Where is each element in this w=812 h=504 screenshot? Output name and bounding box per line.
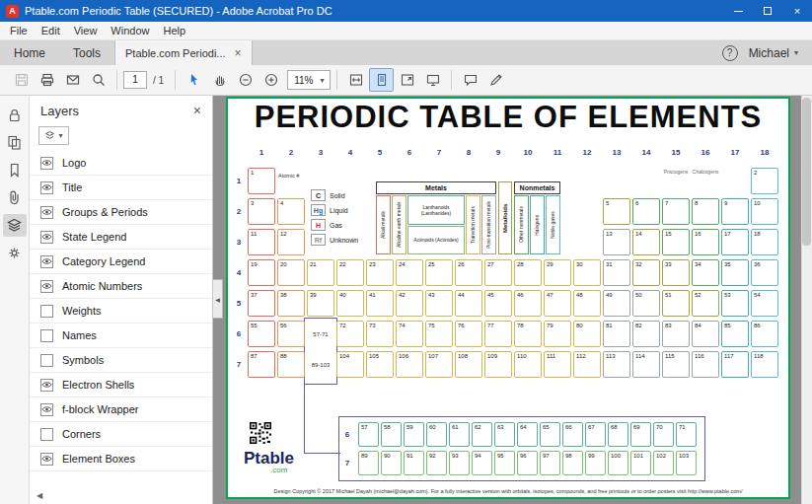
layer-label: Element Boxes [62,453,135,465]
vertical-scrollbar[interactable] [801,96,812,504]
layer-row[interactable]: Names [30,324,212,348]
minimize-button[interactable] [723,0,753,22]
group-label: 16 [692,148,719,160]
element-box: 14 [632,229,660,255]
tab-close-icon[interactable]: × [235,46,242,60]
layer-visibility-checkbox[interactable] [40,305,53,318]
menu-item-edit[interactable]: Edit [35,22,67,39]
element-box: 79 [544,321,571,347]
search-button[interactable] [86,68,111,92]
close-button[interactable]: × [782,0,812,22]
layer-row[interactable]: Corners [30,422,212,447]
layer-visibility-checkbox[interactable] [40,280,53,293]
group-label: 12 [573,148,601,160]
model-tree-button[interactable] [3,242,27,264]
layer-visibility-checkbox[interactable] [40,403,53,416]
page-number-input[interactable]: 1 [123,71,147,89]
layer-row[interactable]: Weights [30,299,212,324]
layer-row[interactable]: f-block Wrapper [30,397,212,422]
sidebar-toggle-button[interactable]: ◀ [213,279,223,319]
fit-width-button[interactable] [343,68,368,92]
page-thumbnails-button[interactable] [3,131,27,154]
menu-item-window[interactable]: Window [104,22,156,39]
element-box: 52 [692,290,719,317]
layer-row[interactable]: Category Legend [30,250,212,274]
element-box: 41 [366,290,394,317]
layer-row[interactable]: Electron Shells [30,373,212,397]
layer-visibility-checkbox[interactable] [40,206,53,219]
fit-page-button[interactable] [369,68,394,92]
fit-width-icon [348,72,364,88]
email-button[interactable] [60,68,85,92]
help-button[interactable]: ? [722,45,738,61]
comment-button[interactable] [458,68,482,92]
eye-icon [41,233,52,241]
layer-visibility-checkbox[interactable] [40,181,53,194]
layer-visibility-checkbox[interactable] [40,231,53,244]
tab-document[interactable]: Ptable.com Periodi... × [114,40,253,65]
layer-visibility-checkbox[interactable] [40,329,53,342]
scrollbar-thumb[interactable] [802,98,811,246]
panel-collapse-chevron[interactable]: ◀ [37,491,42,500]
layer-visibility-checkbox[interactable] [40,379,53,392]
layer-label: Category Legend [62,255,145,267]
element-box: 11 [248,229,275,255]
zoom-out-button[interactable] [233,68,258,92]
layer-row[interactable]: Groups & Periods [30,200,212,225]
element-box: 47 [544,290,571,317]
layers-options-button[interactable]: ▾ [38,126,69,145]
fullscreen-button[interactable] [395,68,419,92]
element-box: 10 [751,198,778,225]
group-label: 15 [662,148,690,160]
layers-icon [6,217,23,234]
layers-panel-close-button[interactable]: × [193,103,201,118]
layer-row[interactable]: Element Boxes [30,447,212,471]
fill-sign-button[interactable] [483,68,508,92]
layer-row[interactable]: Atomic Numbers [30,274,212,299]
attachments-button[interactable] [3,186,27,209]
layer-row[interactable]: State Legend [30,225,212,250]
print-button[interactable] [35,68,59,92]
presentation-icon [425,72,441,88]
toolbar-divider [451,70,452,90]
group-label: 7 [425,148,453,160]
layers-button[interactable] [3,214,27,237]
element-box: 59 [404,422,424,447]
layer-visibility-checkbox[interactable] [40,428,53,441]
lock-icon [6,107,23,123]
layer-row[interactable]: Title [30,176,212,200]
element-box: 70 [653,422,674,447]
category-label: Halogens [530,195,545,254]
close-icon: × [794,5,800,17]
element-box: 78 [514,321,542,347]
layer-visibility-checkbox[interactable] [40,354,53,367]
document-area: ◀ PERIODIC TABLE OF ELEMENTS Atomic # CS… [213,96,812,504]
element-box: 33 [662,259,690,286]
hand-tool-button[interactable] [207,68,232,92]
element-box: 54 [751,290,778,317]
layer-visibility-checkbox[interactable] [40,157,53,170]
user-menu[interactable]: Michael ▾ [749,46,798,60]
element-box: 42 [396,290,423,317]
layer-label: Title [62,181,82,193]
menu-item-help[interactable]: Help [156,22,192,39]
save-button[interactable] [9,68,34,92]
layer-visibility-checkbox[interactable] [40,453,53,466]
layer-row[interactable]: Symbols [30,348,212,373]
layer-row[interactable]: Logo [30,151,212,176]
menu-item-view[interactable]: View [67,22,105,39]
bookmarks-button[interactable] [3,159,27,181]
print-icon [39,72,55,88]
menu-item-file[interactable]: File [3,22,35,39]
tab-tools[interactable]: Tools [59,40,114,65]
zoom-in-button[interactable] [258,68,283,92]
zoom-level-dropdown[interactable]: 11% ▾ [287,70,331,90]
layer-visibility-checkbox[interactable] [40,255,53,268]
tab-home[interactable]: Home [0,40,59,65]
maximize-button[interactable] [753,0,782,22]
select-tool-button[interactable] [182,68,206,92]
email-icon [65,72,81,88]
security-settings-button[interactable] [3,104,27,126]
presentation-mode-button[interactable] [420,68,445,92]
element-box: 20 [277,259,305,286]
